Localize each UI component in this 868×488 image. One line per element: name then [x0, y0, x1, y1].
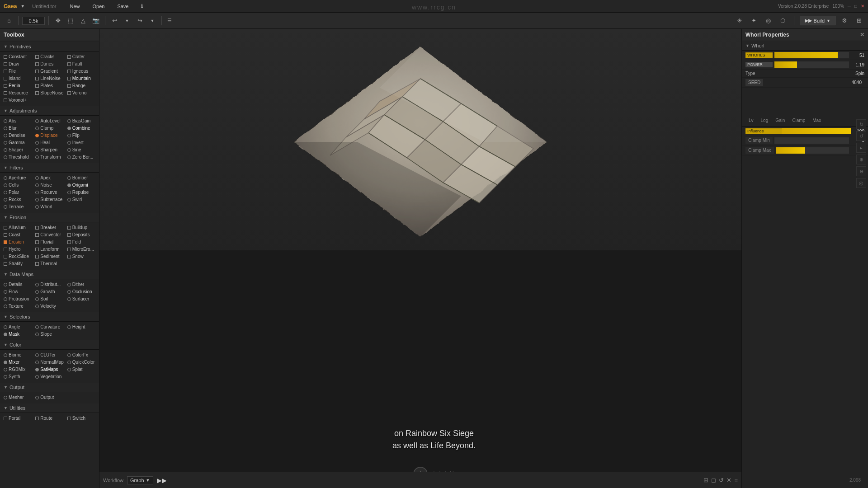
item-cracks[interactable]: Cracks — [33, 53, 65, 60]
water-icon[interactable]: ◎ — [763, 15, 774, 26]
item-angle[interactable]: Angle — [2, 324, 33, 330]
item-hydro[interactable]: Hydro — [2, 246, 33, 253]
build-dropdown[interactable]: ▼ — [826, 19, 830, 23]
item-dunes[interactable]: Dunes — [33, 61, 65, 67]
item-mask[interactable]: Mask — [2, 331, 33, 338]
item-flow[interactable]: Flow — [2, 288, 33, 295]
item-portal[interactable]: Portal — [2, 415, 33, 422]
item-surfacer[interactable]: Surfacer — [66, 296, 97, 302]
item-switch[interactable]: Switch — [66, 415, 97, 422]
item-distribut[interactable]: Distribut... — [33, 281, 65, 288]
triangle-tool-icon[interactable]: △ — [78, 15, 89, 26]
section-datamaps[interactable]: ▼ Data Maps — [0, 270, 99, 279]
item-autolevel[interactable]: AutoLevel — [33, 117, 65, 124]
save-button[interactable]: Save — [114, 3, 131, 10]
item-buildup[interactable]: Buildup — [66, 224, 97, 231]
home-icon[interactable]: ⌂ — [4, 15, 14, 26]
item-snow[interactable]: Snow — [66, 253, 97, 260]
item-deposits[interactable]: Deposits — [66, 231, 97, 238]
item-voronoi[interactable]: Voronoi — [66, 89, 97, 96]
item-transform[interactable]: Transform — [33, 154, 65, 160]
resolution-input[interactable] — [22, 17, 45, 25]
item-subterrace[interactable]: Subterrace — [33, 196, 65, 203]
redo-icon[interactable]: ↪ — [134, 15, 145, 26]
tab-max[interactable]: Max — [809, 117, 824, 124]
camera-tool-icon[interactable]: 📷 — [90, 15, 101, 26]
item-sharpen[interactable]: Sharpen — [33, 146, 65, 153]
item-slopenoise[interactable]: SlopeNoise — [33, 89, 65, 96]
item-resource[interactable]: Resource — [2, 89, 33, 96]
item-igneous[interactable]: Igneous — [66, 68, 97, 75]
item-thermal[interactable]: Thermal — [33, 260, 65, 267]
undo-icon[interactable]: ↩ — [109, 15, 120, 26]
play-button[interactable]: ▶▶ — [157, 477, 167, 484]
item-recurve[interactable]: Recurve — [33, 189, 65, 196]
item-aperture[interactable]: Aperture — [2, 174, 33, 181]
vert-icon-3[interactable]: ▸ — [856, 143, 866, 153]
clamp-max-bar[interactable] — [776, 147, 849, 154]
item-fold[interactable]: Fold — [66, 239, 97, 245]
item-invert[interactable]: Invert — [66, 139, 97, 146]
item-whorl[interactable]: Whorl — [33, 203, 65, 210]
item-abs[interactable]: Abs — [2, 117, 33, 124]
item-breaker[interactable]: Breaker — [33, 224, 65, 231]
vert-icon-2[interactable]: ↺ — [856, 131, 866, 141]
redo-dropdown[interactable]: ▼ — [147, 15, 158, 26]
section-erosion[interactable]: ▼ Erosion — [0, 213, 99, 222]
properties-close-icon[interactable]: ✕ — [860, 32, 864, 38]
item-constant[interactable]: Constant — [2, 53, 33, 60]
vert-icon-6[interactable]: ◎ — [856, 178, 866, 188]
settings-icon[interactable]: ⚙ — [839, 15, 850, 26]
section-filters[interactable]: ▼ Filters — [0, 163, 99, 173]
frame-icon[interactable]: ◻ — [711, 477, 716, 483]
item-fault[interactable]: Fault — [66, 61, 97, 67]
vert-icon-4[interactable]: ⊕ — [856, 155, 866, 164]
item-clamp[interactable]: Clamp — [33, 125, 65, 131]
item-cells[interactable]: Cells — [2, 182, 33, 188]
item-height[interactable]: Height — [66, 324, 97, 330]
vert-icon-1[interactable]: ↻ — [856, 119, 866, 129]
hamburger-menu[interactable]: ☰ — [167, 18, 172, 23]
item-synth[interactable]: Synth — [2, 373, 33, 380]
item-polar[interactable]: Polar — [2, 189, 33, 196]
item-colorfx[interactable]: ColorFx — [66, 352, 97, 358]
item-file[interactable]: File — [2, 68, 33, 75]
section-output[interactable]: ▼ Output — [0, 383, 99, 392]
item-convector[interactable]: Convector — [33, 231, 65, 238]
item-normalmap[interactable]: NormalMap — [33, 359, 66, 366]
section-utilities[interactable]: ▼ Utilities — [0, 404, 99, 413]
item-shaper[interactable]: Shaper — [2, 146, 33, 153]
item-details[interactable]: Details — [2, 281, 33, 288]
item-landform[interactable]: Landform — [33, 246, 65, 253]
item-quickcolor[interactable]: QuickColor — [66, 359, 97, 366]
item-texture[interactable]: Texture — [2, 303, 33, 310]
minimize-button[interactable]: ─ — [848, 4, 851, 9]
close-button[interactable]: ✕ — [861, 4, 864, 9]
item-stratify[interactable]: Stratify — [2, 260, 33, 267]
tab-lv[interactable]: Lv — [745, 117, 757, 124]
item-gradient[interactable]: Gradient — [33, 68, 65, 75]
item-alluvium[interactable]: Alluvium — [2, 224, 33, 231]
item-repulse[interactable]: Repulse — [66, 189, 97, 196]
item-crater[interactable]: Crater — [66, 53, 97, 60]
link-icon[interactable]: ⬡ — [778, 15, 788, 26]
item-slope[interactable]: Slope — [33, 331, 65, 338]
item-bomber[interactable]: Bomber — [66, 174, 97, 181]
menu-graph-icon[interactable]: ≡ — [734, 477, 738, 483]
item-gamma[interactable]: Gamma — [2, 139, 33, 146]
layout-grid-icon[interactable]: ⊞ — [703, 477, 708, 483]
section-primitives[interactable]: ▼ Primitives — [0, 42, 99, 52]
influence-bar[interactable] — [782, 128, 851, 134]
item-terrace[interactable]: Terrace — [2, 203, 33, 210]
item-heal[interactable]: Heal — [33, 139, 65, 146]
item-sediment[interactable]: Sediment — [33, 253, 65, 260]
item-cluter[interactable]: CLUTer — [33, 352, 66, 358]
light-icon[interactable]: ✦ — [749, 15, 760, 26]
item-route[interactable]: Route — [33, 415, 65, 422]
item-linenoise[interactable]: LineNoise — [33, 75, 65, 82]
item-rockslide[interactable]: RockSlide — [2, 253, 33, 260]
item-vegetation[interactable]: Vegetation — [33, 373, 66, 380]
item-biome[interactable]: Biome — [2, 352, 33, 358]
tab-gain[interactable]: Gain — [772, 117, 788, 124]
sun-icon[interactable]: ☀ — [734, 15, 745, 26]
